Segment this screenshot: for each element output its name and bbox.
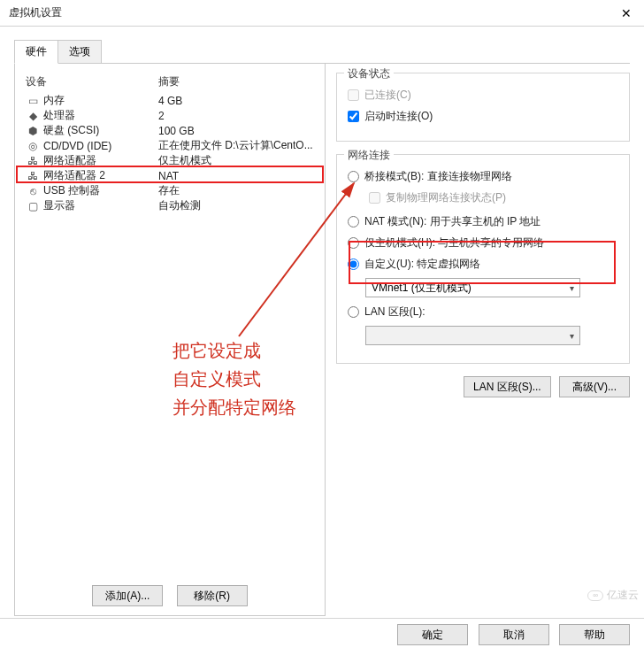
device-summary: 2 — [158, 110, 325, 122]
device-row-net1[interactable]: 🖧 网络适配器 仅主机模式 — [15, 153, 325, 168]
advanced-button[interactable]: 高级(V)... — [559, 376, 630, 397]
network-icon: 🖧 — [26, 170, 40, 182]
device-summary: 存在 — [158, 183, 325, 198]
lan-segments-button[interactable]: LAN 区段(S)... — [464, 376, 551, 397]
replicate-checkbox — [369, 192, 380, 204]
disk-icon: ⬢ — [26, 125, 40, 137]
device-name: 处理器 — [43, 108, 158, 123]
annotation-line3: 并分配特定网络 — [172, 393, 296, 421]
nat-radio[interactable] — [348, 216, 359, 227]
custom-network-dropdown[interactable]: VMnet1 (仅主机模式) ▾ — [365, 278, 580, 297]
network-title: 网络连接 — [344, 148, 394, 163]
device-summary: NAT — [158, 170, 325, 182]
annotation-line2: 自定义模式 — [172, 365, 296, 393]
device-name: USB 控制器 — [43, 183, 158, 198]
nat-radio-row[interactable]: NAT 模式(N): 用于共享主机的 IP 地址 — [348, 214, 618, 229]
cancel-button[interactable]: 取消 — [479, 624, 549, 645]
device-name: 网络适配器 2 — [43, 168, 158, 183]
device-name: 网络适配器 — [43, 153, 158, 168]
lan-label: LAN 区段(L): — [364, 305, 426, 320]
custom-radio[interactable] — [348, 258, 359, 270]
device-status-title: 设备状态 — [344, 66, 394, 81]
title-bar: 虚拟机设置 ✕ — [0, 0, 644, 27]
hostonly-radio[interactable] — [348, 237, 359, 249]
annotation-text: 把它设定成 自定义模式 并分配特定网络 — [172, 336, 296, 421]
bridged-radio-row[interactable]: 桥接模式(B): 直接连接物理网络 — [348, 169, 618, 184]
device-row-usb[interactable]: ⎋ USB 控制器 存在 — [15, 183, 325, 198]
annotation-line1: 把它设定成 — [172, 336, 296, 365]
device-name: 显示器 — [43, 198, 158, 213]
poweron-label: 启动时连接(O) — [364, 109, 433, 124]
window-title: 虚拟机设置 — [9, 5, 62, 20]
tab-strip: 硬件选项 — [0, 27, 644, 63]
device-summary: 4 GB — [158, 95, 325, 107]
hostonly-radio-row[interactable]: 仅主机模式(H): 与主机共享的专用网络 — [348, 235, 618, 251]
device-row-disk[interactable]: ⬢ 硬盘 (SCSI) 100 GB — [15, 123, 325, 138]
device-name: 内存 — [43, 93, 158, 108]
poweron-checkbox-row[interactable]: 启动时连接(O) — [348, 109, 618, 124]
poweron-checkbox[interactable] — [348, 111, 359, 122]
device-buttons-row: 添加(A)... 移除(R) — [15, 585, 325, 606]
custom-network-value: VMnet1 (仅主机模式) — [372, 281, 472, 296]
device-summary: 自动检测 — [158, 198, 325, 213]
connected-label: 已连接(C) — [364, 88, 411, 103]
nat-label: NAT 模式(N): 用于共享主机的 IP 地址 — [364, 214, 540, 229]
device-row-cd[interactable]: ◎ CD/DVD (IDE) 正在使用文件 D:\云计算\CentO... — [15, 138, 325, 153]
remove-button[interactable]: 移除(R) — [177, 585, 248, 606]
device-status-group: 设备状态 已连接(C) 启动时连接(O) — [336, 73, 630, 142]
tab-hardware[interactable]: 硬件 — [14, 40, 58, 64]
device-summary: 仅主机模式 — [158, 153, 325, 168]
custom-label: 自定义(U): 特定虚拟网络 — [364, 257, 480, 272]
device-summary: 正在使用文件 D:\云计算\CentO... — [158, 138, 325, 153]
network-group: 网络连接 桥接模式(B): 直接连接物理网络 复制物理网络连接状态(P) NAT… — [336, 154, 630, 364]
close-icon[interactable]: ✕ — [609, 0, 644, 27]
custom-radio-row[interactable]: 自定义(U): 特定虚拟网络 — [348, 257, 618, 272]
watermark-text: 亿速云 — [607, 588, 639, 603]
network-buttons-row: LAN 区段(S)... 高级(V)... — [336, 376, 630, 397]
cd-icon: ◎ — [26, 140, 40, 152]
hostonly-label: 仅主机模式(H): 与主机共享的专用网络 — [364, 235, 544, 251]
chevron-down-icon: ▾ — [570, 331, 574, 341]
bridged-label: 桥接模式(B): 直接连接物理网络 — [364, 169, 512, 184]
lan-radio-row[interactable]: LAN 区段(L): — [348, 305, 618, 320]
device-row-cpu[interactable]: ◆ 处理器 2 — [15, 108, 325, 123]
lan-dropdown: ▾ — [365, 326, 580, 345]
watermark-logo-icon: ∞ — [587, 590, 603, 601]
replicate-checkbox-row: 复制物理网络连接状态(P) — [369, 190, 618, 205]
display-icon: ▢ — [26, 200, 40, 212]
device-header-row: 设备 摘要 — [15, 73, 325, 93]
help-button[interactable]: 帮助 — [559, 624, 630, 645]
header-summary: 摘要 — [158, 74, 325, 89]
dialog-footer: 确定 取消 帮助 — [0, 618, 644, 652]
tab-options[interactable]: 选项 — [58, 40, 102, 64]
connected-checkbox — [348, 89, 359, 101]
ok-button[interactable]: 确定 — [397, 624, 468, 645]
cpu-icon: ◆ — [26, 110, 40, 122]
device-row-memory[interactable]: ▭ 内存 4 GB — [15, 93, 325, 108]
device-summary: 100 GB — [158, 125, 325, 137]
watermark: ∞ 亿速云 — [587, 588, 639, 603]
lan-radio[interactable] — [348, 306, 359, 318]
add-button[interactable]: 添加(A)... — [92, 585, 163, 606]
network-icon: 🖧 — [26, 155, 40, 167]
usb-icon: ⎋ — [26, 185, 40, 197]
device-row-net2[interactable]: 🖧 网络适配器 2 NAT — [15, 168, 325, 183]
device-row-display[interactable]: ▢ 显示器 自动检测 — [15, 198, 325, 213]
device-name: 硬盘 (SCSI) — [43, 123, 158, 138]
connected-checkbox-row[interactable]: 已连接(C) — [348, 88, 618, 103]
settings-panel: 设备状态 已连接(C) 启动时连接(O) 网络连接 桥接模式(B): 直接连接物… — [336, 64, 630, 616]
chevron-down-icon: ▾ — [570, 283, 574, 293]
device-name: CD/DVD (IDE) — [43, 140, 158, 152]
content-area: 设备 摘要 ▭ 内存 4 GB ◆ 处理器 2 ⬢ 硬盘 (SCSI) 100 … — [0, 64, 644, 616]
replicate-label: 复制物理网络连接状态(P) — [386, 190, 506, 205]
header-device: 设备 — [26, 74, 158, 89]
bridged-radio[interactable] — [348, 171, 359, 182]
memory-icon: ▭ — [26, 95, 40, 107]
